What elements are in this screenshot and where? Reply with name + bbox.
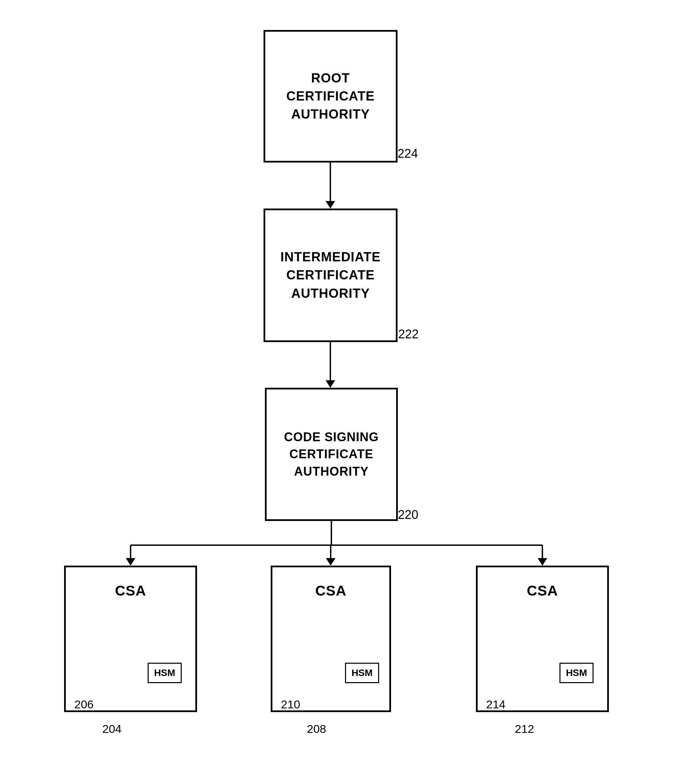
csa-center-hsm-label: HSM	[351, 667, 373, 678]
diagram-container: ROOT CERTIFICATE AUTHORITY 224 INTERMEDI…	[0, 0, 674, 784]
csa-center-inner-ref: 210	[281, 698, 300, 711]
csa-right-outer-ref: 212	[515, 722, 534, 736]
intermediate-ca-label: INTERMEDIATE CERTIFICATE AUTHORITY	[280, 248, 381, 303]
csa-left-inner-ref: 206	[74, 698, 94, 711]
csa-left-hsm-box: HSM	[148, 663, 182, 683]
csa-right-inner-ref: 214	[486, 698, 506, 711]
csa-left-hsm-label: HSM	[154, 667, 175, 678]
code-signing-ca-label: CODE SIGNING CERTIFICATE AUTHORITY	[284, 429, 379, 480]
intermediate-ca-ref: 222	[398, 327, 419, 341]
csa-right-hsm-box: HSM	[559, 663, 594, 683]
code-signing-ca-box: CODE SIGNING CERTIFICATE AUTHORITY	[265, 388, 398, 521]
svg-marker-11	[538, 558, 547, 566]
root-ca-ref: 224	[398, 146, 418, 161]
csa-left-box: CSA HSM	[64, 566, 197, 712]
csa-right-box: CSA HSM	[476, 566, 609, 712]
csa-left-outer-ref: 204	[102, 722, 122, 736]
svg-marker-7	[126, 558, 135, 566]
csa-center-outer-ref: 208	[307, 722, 326, 736]
csa-center-hsm-box: HSM	[345, 663, 379, 683]
root-ca-box: ROOT CERTIFICATE AUTHORITY	[264, 30, 398, 163]
svg-marker-9	[326, 558, 335, 566]
csa-center-label: CSA	[315, 581, 347, 601]
csa-right-label: CSA	[527, 581, 558, 601]
csa-left-label: CSA	[115, 581, 146, 601]
code-signing-ca-ref: 220	[398, 508, 418, 522]
root-ca-label: ROOT CERTIFICATE AUTHORITY	[286, 69, 374, 124]
svg-marker-1	[326, 201, 335, 208]
csa-right-hsm-label: HSM	[566, 667, 587, 678]
intermediate-ca-box: INTERMEDIATE CERTIFICATE AUTHORITY	[264, 208, 398, 342]
svg-marker-3	[326, 380, 335, 388]
csa-center-box: CSA HSM	[271, 566, 391, 712]
